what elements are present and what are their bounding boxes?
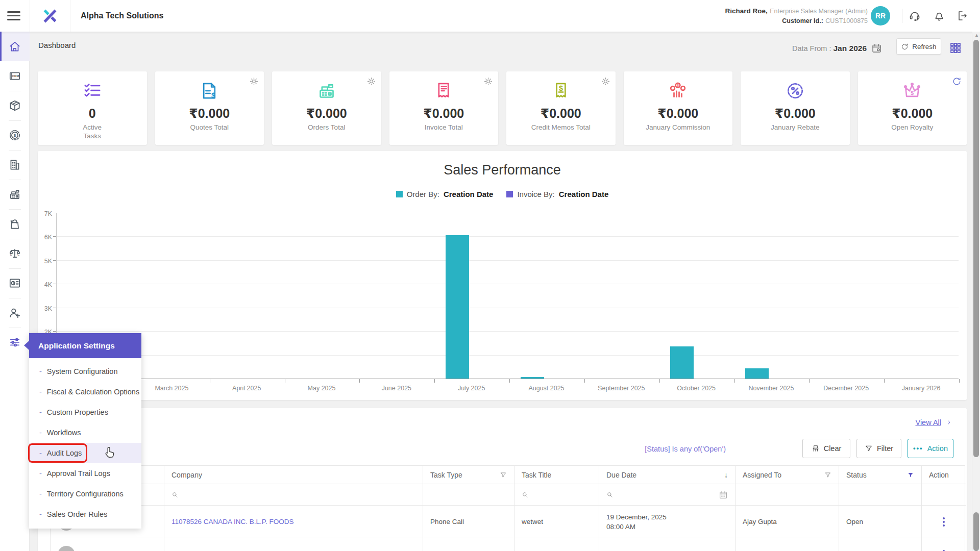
sidebar-item-reports[interactable] — [0, 268, 30, 298]
action-cell — [922, 506, 966, 538]
gear-icon[interactable] — [483, 77, 493, 86]
settings-menu-item-label: Territory Configurations — [47, 490, 124, 498]
search-cell-due-date[interactable] — [599, 484, 736, 506]
kpi-value: ₹0.000 — [306, 106, 347, 121]
filter-funnel-icon[interactable] — [500, 471, 507, 479]
column-header-assigned-to[interactable]: Assigned To — [736, 466, 839, 484]
y-axis-tick-label: 5K — [44, 258, 52, 265]
refresh-icon[interactable] — [952, 77, 962, 86]
search-cell-company[interactable] — [164, 484, 423, 506]
avatar[interactable]: RR — [871, 6, 890, 26]
scrollbar-thumb-lower[interactable] — [973, 512, 979, 551]
settings-menu-item[interactable]: -Custom Properties — [29, 402, 141, 422]
user-info[interactable]: Richard Roe, Enterprise Sales Manager (A… — [725, 6, 868, 26]
home-icon — [8, 40, 21, 53]
table-row[interactable]: P03259 OCCASIONAL SALES HOUSE (USD) Phon… — [51, 538, 965, 551]
settings-menu-list: -System Configuration-Fiscal & Calculati… — [29, 358, 141, 529]
sidebar-item-companies[interactable] — [0, 150, 30, 180]
sidebar-item-crm[interactable]: CRM — [0, 61, 30, 91]
scrollbar-thumb[interactable] — [973, 40, 979, 457]
calendar-settings-icon[interactable] — [871, 43, 882, 54]
settings-menu-item[interactable]: -Workflows — [29, 422, 141, 443]
company-link[interactable]: 11078526 CANADA INC. B.L.P. FOODS — [172, 518, 294, 525]
calendar-icon[interactable] — [719, 490, 728, 499]
action-button[interactable]: ••• Action — [908, 439, 953, 458]
sidebar-item-ledger[interactable]: DC — [0, 239, 30, 268]
company-logo-icon[interactable] — [41, 7, 59, 25]
chart-bar[interactable] — [521, 377, 544, 379]
notifications-bell-icon[interactable] — [933, 10, 945, 22]
company-avatar — [58, 546, 75, 551]
settings-menu-item[interactable]: -Sales Order Rules — [29, 504, 141, 524]
search-cell-task-title[interactable] — [514, 484, 599, 506]
x-axis-tick-label: June 2025 — [359, 385, 434, 392]
column-header-status[interactable]: Status — [839, 466, 922, 484]
search-cell-status[interactable] — [839, 484, 922, 506]
hamburger-menu-icon[interactable] — [7, 11, 20, 20]
rebate-badge-icon — [785, 81, 805, 101]
column-header-company[interactable]: Company — [164, 466, 423, 484]
vertical-scrollbar[interactable]: ▲ — [972, 32, 980, 551]
apps-grid-icon[interactable] — [949, 42, 962, 54]
settings-menu-item-label: Custom Properties — [47, 408, 108, 416]
credit-memo-icon: $ — [551, 81, 571, 101]
gear-icon[interactable] — [366, 77, 376, 86]
x-axis-line — [57, 379, 959, 379]
filter-funnel-icon[interactable] — [824, 471, 831, 479]
sidebar-item-home[interactable] — [0, 32, 30, 61]
action-label: Action — [927, 444, 948, 453]
top-header: Alpha Tech Solutions Richard Roe, Enterp… — [0, 0, 980, 32]
support-headset-icon[interactable] — [909, 10, 921, 22]
clear-button[interactable]: Clear — [802, 439, 850, 458]
sidebar-item-purchases[interactable] — [0, 209, 30, 239]
chart-bar[interactable] — [446, 235, 469, 379]
settings-menu-item[interactable]: -Audit Logs — [29, 443, 141, 463]
chart-bar[interactable] — [745, 368, 769, 379]
y-axis-tick-label: 7K — [44, 210, 52, 217]
mouse-cursor-hand-icon — [102, 445, 117, 460]
view-all-link[interactable]: View All — [915, 418, 952, 427]
settings-menu-item[interactable]: -Approval Trail Logs — [29, 463, 141, 484]
search-cell-task-type[interactable] — [423, 484, 514, 506]
active-filter-chip[interactable]: [Status] Is any of('Open') — [645, 445, 726, 453]
table-row[interactable]: 11078526 CANADA INC. B.L.P. FOODS Phone … — [51, 506, 965, 538]
svg-text:$: $ — [211, 91, 215, 99]
filter-button[interactable]: Filter — [856, 439, 901, 458]
settings-menu-item[interactable]: -Territory Configurations — [29, 484, 141, 504]
kpi-value: ₹0.000 — [657, 106, 698, 121]
kpi-label: Orders Total — [308, 123, 345, 132]
x-axis-tick-label: January 2026 — [884, 385, 959, 392]
commission-coins-icon: $ — [668, 81, 688, 101]
column-header-due-date[interactable]: Due Date ↓ — [599, 466, 736, 484]
task-title-cell: DSD — [514, 538, 599, 551]
chart-legend: Order By: Creation Date Invoice By: Crea… — [38, 190, 967, 198]
sidebar-item-payments[interactable]: $ — [0, 120, 30, 150]
kpi-label: Active Tasks — [77, 123, 108, 140]
search-cell-assigned-to[interactable] — [736, 484, 839, 506]
legend-order-by[interactable]: Order By: Creation Date — [396, 190, 494, 198]
gear-icon[interactable] — [249, 77, 259, 86]
due-date-cell: 19 December, 2025 08:00 AM — [599, 506, 736, 538]
user-name: Richard Roe, — [725, 7, 768, 15]
gear-icon[interactable] — [601, 77, 610, 86]
filter-funnel-active-icon[interactable] — [907, 471, 914, 479]
chart-bar[interactable] — [670, 346, 694, 379]
sidebar-item-products[interactable] — [0, 91, 30, 120]
x-axis-tick-label: August 2025 — [509, 385, 584, 392]
row-actions-menu-icon[interactable] — [943, 517, 945, 527]
settings-menu-item[interactable]: -Fiscal & Calculation Options — [29, 382, 141, 402]
column-header-task-title[interactable]: Task Title — [514, 466, 599, 484]
sort-descending-icon[interactable]: ↓ — [724, 471, 728, 479]
refresh-button[interactable]: Refresh — [896, 38, 941, 55]
column-header-task-type[interactable]: Task Type — [423, 466, 514, 484]
chevron-right-icon — [945, 419, 952, 426]
scrollbar-up-arrow[interactable]: ▲ — [974, 33, 979, 38]
logout-icon[interactable] — [957, 10, 969, 22]
legend-invoice-by[interactable]: Invoice By: Creation Date — [506, 190, 608, 198]
sidebar-item-add-user[interactable] — [0, 298, 30, 328]
refresh-icon — [901, 43, 909, 51]
sidebar-item-sales-register[interactable] — [0, 180, 30, 209]
settings-menu-item[interactable]: -System Configuration — [29, 361, 141, 382]
x-axis-tick-label: March 2025 — [134, 385, 209, 392]
package-box-icon — [8, 99, 21, 112]
